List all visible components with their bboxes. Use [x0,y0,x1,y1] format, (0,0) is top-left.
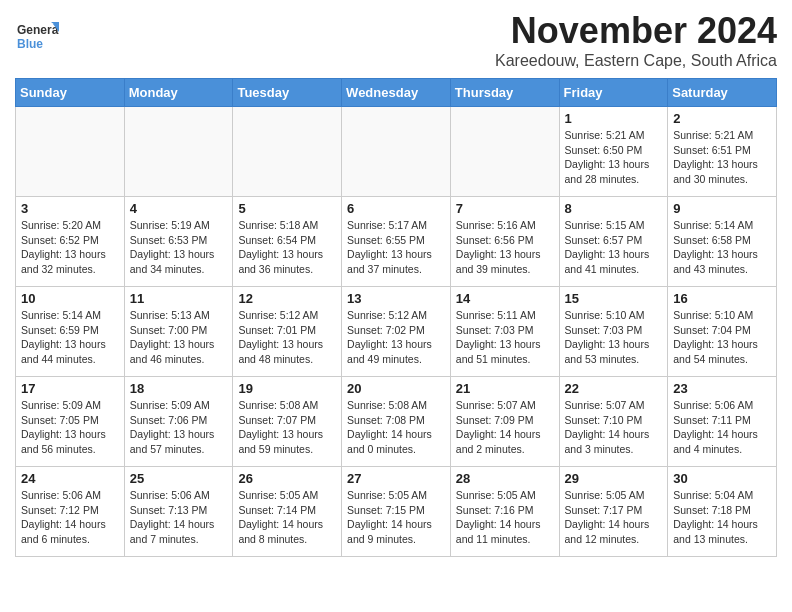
weekday-header-row: SundayMondayTuesdayWednesdayThursdayFrid… [16,79,777,107]
calendar-cell: 26Sunrise: 5:05 AM Sunset: 7:14 PM Dayli… [233,467,342,557]
weekday-header: Wednesday [342,79,451,107]
calendar-cell: 2Sunrise: 5:21 AM Sunset: 6:51 PM Daylig… [668,107,777,197]
day-info: Sunrise: 5:04 AM Sunset: 7:18 PM Dayligh… [673,488,771,547]
day-number: 22 [565,381,663,396]
weekday-header: Friday [559,79,668,107]
calendar-week-row: 10Sunrise: 5:14 AM Sunset: 6:59 PM Dayli… [16,287,777,377]
day-number: 23 [673,381,771,396]
calendar-cell: 25Sunrise: 5:06 AM Sunset: 7:13 PM Dayli… [124,467,233,557]
location-title: Kareedouw, Eastern Cape, South Africa [495,52,777,70]
day-info: Sunrise: 5:14 AM Sunset: 6:58 PM Dayligh… [673,218,771,277]
day-info: Sunrise: 5:12 AM Sunset: 7:02 PM Dayligh… [347,308,445,367]
calendar-week-row: 1Sunrise: 5:21 AM Sunset: 6:50 PM Daylig… [16,107,777,197]
day-number: 17 [21,381,119,396]
calendar-cell: 10Sunrise: 5:14 AM Sunset: 6:59 PM Dayli… [16,287,125,377]
day-info: Sunrise: 5:05 AM Sunset: 7:16 PM Dayligh… [456,488,554,547]
day-number: 9 [673,201,771,216]
day-info: Sunrise: 5:11 AM Sunset: 7:03 PM Dayligh… [456,308,554,367]
day-number: 25 [130,471,228,486]
day-number: 19 [238,381,336,396]
day-number: 30 [673,471,771,486]
weekday-header: Saturday [668,79,777,107]
calendar-cell: 17Sunrise: 5:09 AM Sunset: 7:05 PM Dayli… [16,377,125,467]
day-number: 28 [456,471,554,486]
calendar-cell: 27Sunrise: 5:05 AM Sunset: 7:15 PM Dayli… [342,467,451,557]
calendar-week-row: 24Sunrise: 5:06 AM Sunset: 7:12 PM Dayli… [16,467,777,557]
weekday-header: Thursday [450,79,559,107]
logo-icon: General Blue [15,18,59,62]
day-info: Sunrise: 5:06 AM Sunset: 7:12 PM Dayligh… [21,488,119,547]
calendar-cell: 18Sunrise: 5:09 AM Sunset: 7:06 PM Dayli… [124,377,233,467]
day-number: 7 [456,201,554,216]
day-info: Sunrise: 5:08 AM Sunset: 7:08 PM Dayligh… [347,398,445,457]
day-number: 24 [21,471,119,486]
calendar-cell: 1Sunrise: 5:21 AM Sunset: 6:50 PM Daylig… [559,107,668,197]
svg-text:General: General [17,23,59,37]
day-info: Sunrise: 5:10 AM Sunset: 7:03 PM Dayligh… [565,308,663,367]
day-info: Sunrise: 5:05 AM Sunset: 7:17 PM Dayligh… [565,488,663,547]
calendar-cell [450,107,559,197]
day-number: 10 [21,291,119,306]
calendar-table: SundayMondayTuesdayWednesdayThursdayFrid… [15,78,777,557]
calendar-cell: 12Sunrise: 5:12 AM Sunset: 7:01 PM Dayli… [233,287,342,377]
day-number: 20 [347,381,445,396]
day-info: Sunrise: 5:16 AM Sunset: 6:56 PM Dayligh… [456,218,554,277]
calendar-cell: 14Sunrise: 5:11 AM Sunset: 7:03 PM Dayli… [450,287,559,377]
day-number: 26 [238,471,336,486]
day-info: Sunrise: 5:15 AM Sunset: 6:57 PM Dayligh… [565,218,663,277]
day-info: Sunrise: 5:17 AM Sunset: 6:55 PM Dayligh… [347,218,445,277]
day-number: 11 [130,291,228,306]
day-info: Sunrise: 5:20 AM Sunset: 6:52 PM Dayligh… [21,218,119,277]
day-number: 14 [456,291,554,306]
day-number: 29 [565,471,663,486]
day-info: Sunrise: 5:13 AM Sunset: 7:00 PM Dayligh… [130,308,228,367]
day-info: Sunrise: 5:07 AM Sunset: 7:10 PM Dayligh… [565,398,663,457]
calendar-cell [233,107,342,197]
logo: General Blue [15,18,59,62]
day-number: 27 [347,471,445,486]
calendar-cell: 11Sunrise: 5:13 AM Sunset: 7:00 PM Dayli… [124,287,233,377]
calendar-cell: 28Sunrise: 5:05 AM Sunset: 7:16 PM Dayli… [450,467,559,557]
calendar-cell: 4Sunrise: 5:19 AM Sunset: 6:53 PM Daylig… [124,197,233,287]
day-info: Sunrise: 5:21 AM Sunset: 6:50 PM Dayligh… [565,128,663,187]
day-number: 4 [130,201,228,216]
calendar-week-row: 3Sunrise: 5:20 AM Sunset: 6:52 PM Daylig… [16,197,777,287]
calendar-cell: 3Sunrise: 5:20 AM Sunset: 6:52 PM Daylig… [16,197,125,287]
weekday-header: Sunday [16,79,125,107]
calendar-cell: 6Sunrise: 5:17 AM Sunset: 6:55 PM Daylig… [342,197,451,287]
calendar-cell: 13Sunrise: 5:12 AM Sunset: 7:02 PM Dayli… [342,287,451,377]
day-info: Sunrise: 5:06 AM Sunset: 7:11 PM Dayligh… [673,398,771,457]
day-info: Sunrise: 5:07 AM Sunset: 7:09 PM Dayligh… [456,398,554,457]
day-info: Sunrise: 5:05 AM Sunset: 7:15 PM Dayligh… [347,488,445,547]
calendar-cell: 22Sunrise: 5:07 AM Sunset: 7:10 PM Dayli… [559,377,668,467]
day-info: Sunrise: 5:06 AM Sunset: 7:13 PM Dayligh… [130,488,228,547]
day-number: 3 [21,201,119,216]
day-info: Sunrise: 5:21 AM Sunset: 6:51 PM Dayligh… [673,128,771,187]
calendar-cell: 24Sunrise: 5:06 AM Sunset: 7:12 PM Dayli… [16,467,125,557]
calendar-cell [16,107,125,197]
calendar-cell: 7Sunrise: 5:16 AM Sunset: 6:56 PM Daylig… [450,197,559,287]
day-number: 18 [130,381,228,396]
calendar-cell [342,107,451,197]
day-number: 13 [347,291,445,306]
day-info: Sunrise: 5:14 AM Sunset: 6:59 PM Dayligh… [21,308,119,367]
calendar-week-row: 17Sunrise: 5:09 AM Sunset: 7:05 PM Dayli… [16,377,777,467]
calendar-cell: 9Sunrise: 5:14 AM Sunset: 6:58 PM Daylig… [668,197,777,287]
day-info: Sunrise: 5:19 AM Sunset: 6:53 PM Dayligh… [130,218,228,277]
weekday-header: Monday [124,79,233,107]
calendar-cell: 20Sunrise: 5:08 AM Sunset: 7:08 PM Dayli… [342,377,451,467]
calendar-cell: 29Sunrise: 5:05 AM Sunset: 7:17 PM Dayli… [559,467,668,557]
month-title: November 2024 [495,10,777,52]
calendar-cell [124,107,233,197]
svg-text:Blue: Blue [17,37,43,51]
day-info: Sunrise: 5:08 AM Sunset: 7:07 PM Dayligh… [238,398,336,457]
day-info: Sunrise: 5:05 AM Sunset: 7:14 PM Dayligh… [238,488,336,547]
day-number: 5 [238,201,336,216]
day-number: 6 [347,201,445,216]
header: General Blue November 2024 Kareedouw, Ea… [15,10,777,70]
calendar-cell: 15Sunrise: 5:10 AM Sunset: 7:03 PM Dayli… [559,287,668,377]
day-info: Sunrise: 5:12 AM Sunset: 7:01 PM Dayligh… [238,308,336,367]
calendar-cell: 8Sunrise: 5:15 AM Sunset: 6:57 PM Daylig… [559,197,668,287]
calendar-cell: 30Sunrise: 5:04 AM Sunset: 7:18 PM Dayli… [668,467,777,557]
calendar-cell: 23Sunrise: 5:06 AM Sunset: 7:11 PM Dayli… [668,377,777,467]
